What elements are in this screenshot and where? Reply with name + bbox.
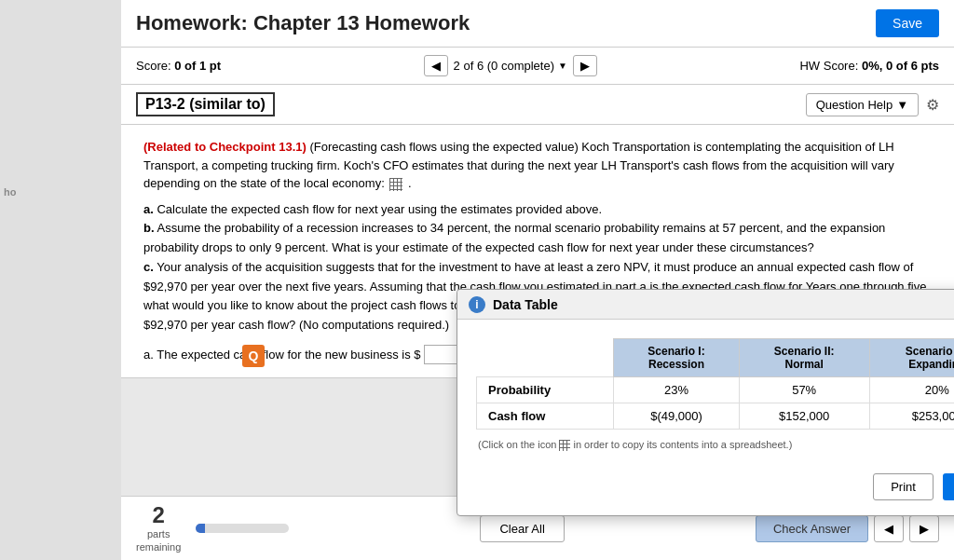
clear-all-button[interactable]: Clear All (480, 515, 564, 542)
parts-label-line2: remaining (136, 541, 181, 553)
score-display: Score: 0 of 1 pt (136, 59, 221, 73)
part-b-content: Assume the probability of a recession in… (143, 221, 885, 254)
question-help-button[interactable]: Question Help ▼ (806, 93, 919, 116)
progress-bar-fill (196, 524, 205, 533)
modal-body: Scenario I: Recession Scenario II: Norma… (457, 320, 954, 464)
nav-text: 2 of 6 (0 complete) ▼ (454, 59, 567, 73)
modal-title-left: i Data Table (469, 296, 558, 313)
col3-header: Scenario III: Expanding (869, 339, 954, 377)
click-note: (Click on the icon in order to copy its … (476, 435, 954, 455)
question-header: P13-2 (similar to) Question Help ▼ ⚙ (121, 85, 954, 125)
table-row-probability: Probability 23% 57% 20% (477, 377, 955, 403)
score-value: 0 of 1 pt (174, 59, 221, 73)
question-help-label: Question Help (816, 98, 893, 112)
modal-footer: Print Done (457, 464, 954, 515)
prob-normal: 57% (739, 377, 869, 403)
score-label: Score: (136, 59, 171, 73)
cashflow-recession: $(49,000) (614, 403, 739, 430)
col2-header-line1: Scenario II: (774, 345, 835, 358)
question-help-arrow: ▼ (896, 98, 908, 112)
sidebar-label: ho (4, 186, 16, 198)
data-table: Scenario I: Recession Scenario II: Norma… (476, 338, 954, 430)
part-b-label: b. (143, 221, 155, 235)
top-header: Homework: Chapter 13 Homework Save (121, 0, 954, 48)
bottom-right: Check Answer ◀ ▶ (756, 515, 939, 542)
prob-expanding: 20% (869, 377, 954, 403)
click-note-text1: (Click on the icon (478, 439, 556, 450)
question-help-area: Question Help ▼ ⚙ (806, 93, 939, 116)
modal-title-text: Data Table (493, 297, 558, 312)
orange-q-indicator: Q (242, 345, 265, 367)
col2-header: Scenario II: Normal (739, 339, 869, 377)
col3-header-line1: Scenario III: (906, 345, 954, 358)
bottom-nav-next[interactable]: ▶ (909, 515, 939, 542)
col1-header: Scenario I: Recession (614, 339, 739, 377)
part-a-content: Calculate the expected cash flow for nex… (157, 202, 602, 216)
col3-header-line2: Expanding (908, 358, 954, 371)
nav-page-text: 2 of 6 (0 complete) (454, 59, 554, 73)
nav-next-button[interactable]: ▶ (573, 55, 597, 76)
col1-header-line1: Scenario I: (647, 345, 704, 358)
click-note-text2: in order to copy its contents into a spr… (574, 439, 793, 450)
hw-score-value: 0%, 0 of 6 pts (862, 59, 939, 73)
left-sidebar: ho (0, 0, 121, 560)
modal-titlebar: i Data Table — ✕ (457, 290, 954, 320)
parts-label-line1: parts (147, 528, 170, 540)
hw-score-display: HW Score: 0%, 0 of 6 pts (799, 59, 939, 73)
checkpoint-ref: (Related to Checkpoint 13.1) (143, 140, 307, 154)
question-text: (Related to Checkpoint 13.1) (Forecastin… (143, 138, 939, 193)
prob-recession: 23% (614, 377, 739, 403)
grid-icon[interactable] (389, 178, 402, 191)
cashflow-expanding: $253,000 (869, 403, 954, 430)
nav-dropdown-arrow[interactable]: ▼ (558, 61, 567, 71)
hw-score-label: HW Score: (799, 59, 858, 73)
question-nav: ◀ 2 of 6 (0 complete) ▼ ▶ (424, 55, 597, 76)
parts-remaining: 2 parts remaining (136, 504, 181, 553)
data-table-modal: i Data Table — ✕ Scenario I: Recession (457, 289, 954, 516)
prob-label: Probability (477, 377, 614, 403)
col2-header-line2: Normal (785, 358, 824, 371)
spreadsheet-icon[interactable] (559, 440, 570, 451)
part-c-label: c. (143, 260, 154, 274)
print-button[interactable]: Print (873, 473, 934, 500)
nav-prev-button[interactable]: ◀ (424, 55, 448, 76)
part-a-label: a. (143, 202, 154, 216)
cashflow-label: Cash flow (477, 403, 614, 430)
bottom-nav-prev[interactable]: ◀ (874, 515, 904, 542)
settings-icon[interactable]: ⚙ (926, 96, 939, 114)
done-button[interactable]: Done (943, 473, 954, 500)
part-b-text: b. Assume the probability of a recession… (143, 219, 939, 258)
bottom-center: Clear All (304, 515, 741, 542)
answer-prompt: a. The expected cash flow for the new bu… (143, 348, 420, 362)
col1-header-line2: Recession (648, 358, 704, 371)
part-a-text: a. Calculate the expected cash flow for … (143, 200, 939, 220)
check-answer-button[interactable]: Check Answer (756, 515, 868, 542)
parts-num: 2 (152, 504, 164, 526)
score-bar: Score: 0 of 1 pt ◀ 2 of 6 (0 complete) ▼… (121, 48, 954, 85)
progress-bar (196, 524, 289, 533)
table-row-cashflow: Cash flow $(49,000) $152,000 $253,000 (477, 403, 955, 430)
info-icon: i (469, 296, 485, 313)
cashflow-normal: $152,000 (739, 403, 869, 430)
save-button[interactable]: Save (876, 9, 939, 37)
page-title: Homework: Chapter 13 Homework (136, 11, 470, 35)
question-id: P13-2 (similar to) (136, 92, 275, 116)
